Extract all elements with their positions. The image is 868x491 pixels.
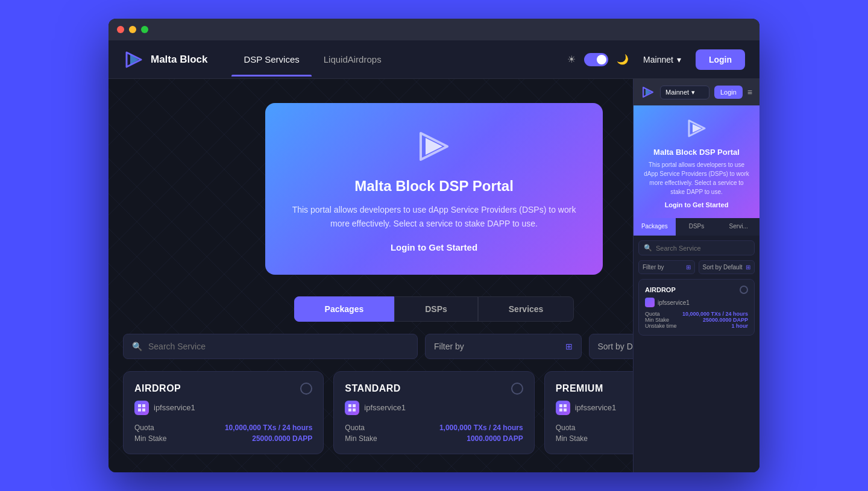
filter-button[interactable]: Filter by ⊞ bbox=[425, 334, 582, 359]
tab-dsps[interactable]: DSPs bbox=[394, 296, 478, 322]
package-card-airdrop: AIRDROP ipfsservice1 Quota 10,000,000 TX… bbox=[123, 371, 324, 454]
stake-value-standard: 1000.0000 DAPP bbox=[467, 434, 523, 443]
mini-search-icon: 🔍 bbox=[644, 244, 652, 252]
mini-hero-cta[interactable]: Login to Get Started bbox=[642, 201, 751, 208]
mini-sort-label: Sort by Default bbox=[703, 264, 743, 271]
quota-row-airdrop: Quota 10,000,000 TXs / 24 hours bbox=[134, 424, 312, 432]
logo-icon bbox=[123, 49, 145, 70]
card-title-premium: PREMIUM bbox=[556, 383, 603, 394]
tab-services[interactable]: Services bbox=[478, 296, 574, 322]
provider-row-airdrop: ipfsservice1 bbox=[134, 401, 312, 415]
quota-label-standard: Quota bbox=[345, 424, 365, 432]
mini-tab-services[interactable]: Servi... bbox=[717, 218, 760, 236]
sun-icon: ☀ bbox=[567, 54, 576, 65]
svg-rect-9 bbox=[353, 404, 356, 407]
provider-name-standard: ipfsservice1 bbox=[364, 403, 406, 412]
login-button[interactable]: Login bbox=[696, 49, 745, 70]
stake-row-standard: Min Stake 1000.0000 DAPP bbox=[345, 434, 523, 443]
mini-hero: Malta Block DSP Portal This portal allow… bbox=[634, 105, 760, 218]
minimize-dot[interactable] bbox=[129, 26, 136, 33]
card-title-airdrop: AIRDROP bbox=[134, 383, 181, 394]
svg-rect-13 bbox=[564, 404, 567, 407]
network-label: Mainnet bbox=[643, 55, 673, 64]
mini-tab-dsps[interactable]: DSPs bbox=[676, 218, 718, 236]
stake-label-premium: Min Stake bbox=[556, 434, 588, 443]
stake-label-airdrop: Min Stake bbox=[134, 434, 166, 443]
mini-unstake-label: Unstake time bbox=[645, 323, 677, 329]
mini-unstake-value: 1 hour bbox=[731, 323, 748, 329]
mini-filter-icon: ⊞ bbox=[686, 264, 691, 271]
mini-hero-title: Malta Block DSP Portal bbox=[642, 148, 751, 157]
svg-rect-15 bbox=[564, 408, 567, 411]
quota-row-standard: Quota 1,000,000 TXs / 24 hours bbox=[345, 424, 523, 432]
svg-rect-8 bbox=[348, 404, 351, 407]
nav-tab-dsp-services[interactable]: DSP Services bbox=[231, 42, 311, 77]
hero-card: Malta Block DSP Portal This portal allow… bbox=[265, 103, 603, 275]
mini-stake-label: Min Stake bbox=[645, 317, 669, 323]
quota-value-airdrop: 10,000,000 TXs / 24 hours bbox=[225, 424, 312, 432]
nav-tab-liquid-airdrops[interactable]: LiquidAirdrops bbox=[312, 42, 394, 77]
svg-rect-10 bbox=[348, 408, 351, 411]
navbar: Malta Block DSP Services LiquidAirdrops … bbox=[108, 40, 760, 79]
mini-filter-row: Filter by ⊞ Sort by Default ⊞ bbox=[634, 260, 760, 279]
mini-network-label: Mainnet bbox=[665, 89, 689, 96]
radio-circle-standard[interactable] bbox=[511, 383, 523, 395]
mini-stake-value: 25000.0000 DAPP bbox=[703, 317, 748, 323]
maximize-dot[interactable] bbox=[141, 26, 148, 33]
chevron-down-icon: ▾ bbox=[677, 55, 681, 64]
logo-area: Malta Block bbox=[123, 49, 207, 70]
provider-name-premium: ipfsservice1 bbox=[575, 403, 617, 412]
mini-unstake-row: Unstake time 1 hour bbox=[645, 323, 748, 329]
svg-rect-12 bbox=[559, 404, 562, 407]
mini-radio-circle[interactable] bbox=[740, 286, 748, 294]
filter-label: Filter by bbox=[434, 342, 464, 351]
search-input-wrap: 🔍 bbox=[123, 334, 418, 359]
network-button[interactable]: Mainnet ▾ bbox=[637, 51, 687, 68]
mini-hero-logo-icon bbox=[686, 117, 708, 139]
mini-search-input[interactable] bbox=[656, 245, 749, 252]
provider-icon-premium bbox=[556, 401, 570, 415]
mini-login-button[interactable]: Login bbox=[714, 86, 743, 99]
mini-provider-row: ipfsservice1 bbox=[645, 298, 748, 307]
radio-circle-airdrop[interactable] bbox=[300, 383, 312, 395]
theme-toggle[interactable] bbox=[584, 53, 608, 66]
svg-rect-4 bbox=[138, 404, 141, 407]
mini-provider-icon bbox=[645, 298, 655, 307]
mini-tab-packages[interactable]: Packages bbox=[634, 218, 676, 236]
stake-row-airdrop: Min Stake 25000.0000 DAPP bbox=[134, 434, 312, 443]
quota-label-premium: Quota bbox=[556, 424, 576, 432]
browser-titlebar bbox=[108, 19, 760, 40]
card-header-standard: STANDARD bbox=[345, 383, 523, 395]
close-dot[interactable] bbox=[117, 26, 124, 33]
mini-filter-label: Filter by bbox=[643, 264, 664, 271]
card-title-standard: STANDARD bbox=[345, 383, 401, 394]
quota-label-airdrop: Quota bbox=[134, 424, 154, 432]
mini-sort-button[interactable]: Sort by Default ⊞ bbox=[699, 260, 755, 274]
mini-chevron-icon: ▾ bbox=[691, 89, 695, 96]
hero-cta-link[interactable]: Login to Get Started bbox=[391, 242, 477, 252]
browser-window: Malta Block DSP Services LiquidAirdrops … bbox=[108, 19, 760, 472]
stake-label-standard: Min Stake bbox=[345, 434, 377, 443]
mini-navbar: Mainnet ▾ Login ≡ bbox=[634, 79, 760, 105]
mini-menu-icon[interactable]: ≡ bbox=[747, 87, 752, 97]
search-input[interactable] bbox=[148, 334, 409, 358]
mini-quota-row: Quota 10,000,000 TXs / 24 hours bbox=[645, 311, 748, 317]
mini-network-button[interactable]: Mainnet ▾ bbox=[660, 86, 709, 99]
tab-packages[interactable]: Packages bbox=[294, 296, 395, 322]
provider-name-airdrop: ipfsservice1 bbox=[154, 403, 195, 412]
mini-window: Mainnet ▾ Login ≡ Malta Block DSP Portal… bbox=[633, 79, 760, 472]
nav-right: ☀ 🌙 Mainnet ▾ Login bbox=[567, 49, 745, 70]
nav-tabs: DSP Services LiquidAirdrops bbox=[231, 42, 567, 77]
package-card-standard: STANDARD ipfsservice1 Quota 1,000,000 TX… bbox=[333, 371, 534, 454]
grid-icon: ⊞ bbox=[565, 342, 573, 351]
mini-hero-desc: This portal allows developers to use dAp… bbox=[642, 160, 751, 196]
svg-rect-5 bbox=[142, 404, 145, 407]
mini-filter-button[interactable]: Filter by ⊞ bbox=[638, 260, 695, 274]
mini-card-airdrop: AIRDROP ipfsservice1 Quota 10,000,000 TX… bbox=[638, 279, 755, 336]
svg-rect-14 bbox=[559, 408, 562, 411]
hero-title: Malta Block DSP Portal bbox=[289, 178, 579, 195]
search-icon: 🔍 bbox=[132, 342, 142, 351]
provider-icon-standard bbox=[345, 401, 359, 415]
hero-description: This portal allows developers to use dAp… bbox=[289, 203, 579, 230]
hero-logo-icon bbox=[415, 127, 453, 166]
